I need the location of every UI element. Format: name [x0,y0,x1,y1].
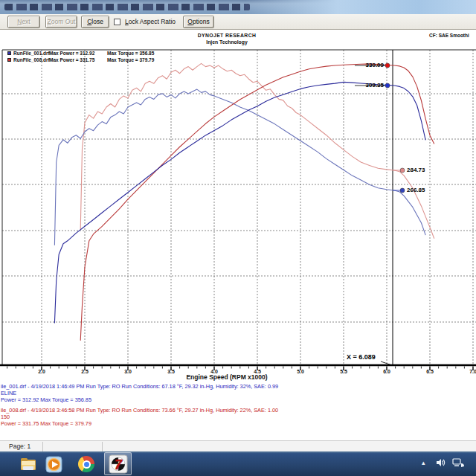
svg-text:7: 7 [115,457,123,472]
legend-max-torque: Max Torque = 379.79 [107,57,154,62]
run2-maxvalues-line: Power = 331.75 Max Torque = 379.79 [1,420,91,427]
x-tick-6.5: 6.5 [422,369,438,374]
legend-swatch-blue [7,51,11,55]
x-tick-5.0: 5.0 [292,369,309,374]
run1-info-line: ile_001.drf - 4/19/2018 1:46:49 PM Run T… [1,383,278,390]
power-run008-at-cursor-label: 330.09 [366,62,384,68]
media-player-icon[interactable] [45,456,63,474]
taskbar: 7 ▴ [0,451,476,476]
cursor-x-value: X = 6.089 [347,353,376,361]
power-run001-at-cursor-label: 309.35 [366,82,384,89]
dynojet-winpep-taskbar-button[interactable]: 7 [104,452,132,475]
x-tick-7.0: 7.0 [465,369,476,374]
x-axis-title: Engine Speed (RPM x1000) [164,373,290,381]
torque-run001-at-cursor-dot [400,188,405,193]
window-title-blur [4,4,250,10]
next-button[interactable]: Next [7,16,40,28]
curve-runfile-001-torque [54,89,425,245]
run1-maxvalues-line: Power = 312.92 Max Torque = 356.85 [1,396,91,403]
legend-max-power: Max Power = 312.92 [49,51,107,56]
power-run001-at-cursor-dot [385,83,390,88]
network-icon[interactable] [452,458,464,469]
lock-aspect-ratio-checkbox[interactable] [114,19,120,25]
chrome-icon[interactable] [78,456,96,474]
legend-max-power: Max Power = 331.75 [49,57,107,62]
titlebar-glass [245,0,476,14]
dyno-plot-area[interactable] [0,30,476,381]
x-tick-2.5: 2.5 [77,369,93,374]
page-indicator: Page: 1 [9,443,30,450]
legend-file-name: RunFile_001.drf [13,51,49,56]
x-tick-2.0: 2.0 [33,369,50,374]
toolbar: Next Zoom Out Close Lock Aspect Ratio Op… [0,14,476,30]
run1-note-line: ELINE [1,390,16,396]
show-hidden-icons-icon[interactable]: ▴ [422,459,425,466]
screen: { "window": { "toolbar": { "next_label":… [0,0,476,476]
run2-note-line: 150 [1,414,10,420]
legend-swatch-red [7,58,11,62]
status-bar: Page: 1 [0,440,476,451]
x-tick-5.5: 5.5 [335,369,352,374]
run2-info-line: ile_008.drf - 4/19/2018 3:46:58 PM Run T… [1,407,278,414]
window-title-bar[interactable] [0,0,476,14]
file-explorer-icon[interactable] [19,455,37,473]
power-run008-at-cursor-dot [385,63,390,68]
legend-file-name: RunFile_008.drf [13,57,49,62]
zoom-out-button[interactable]: Zoom Out [45,16,77,28]
lock-aspect-ratio-label: Lock Aspect Ratio [125,17,176,27]
legend-row-run001: RunFile_001.drf Max Power = 312.92 Max T… [7,51,154,56]
legend-row-run008: RunFile_008.drf Max Power = 331.75 Max T… [7,57,154,62]
legend-max-torque: Max Torque = 356.85 [107,51,154,56]
options-button[interactable]: Options [183,16,214,28]
x-tick-3.0: 3.0 [120,369,136,374]
close-button[interactable]: Close [81,16,109,28]
status-separator [42,442,43,451]
torque-run008-at-cursor-label: 284.73 [407,167,425,173]
status-separator [102,442,103,451]
volume-icon[interactable] [435,457,446,469]
torque-run008-at-cursor-dot [400,168,405,173]
x-tick-6.0: 6.0 [379,369,395,374]
torque-run001-at-cursor-label: 266.85 [407,187,425,193]
